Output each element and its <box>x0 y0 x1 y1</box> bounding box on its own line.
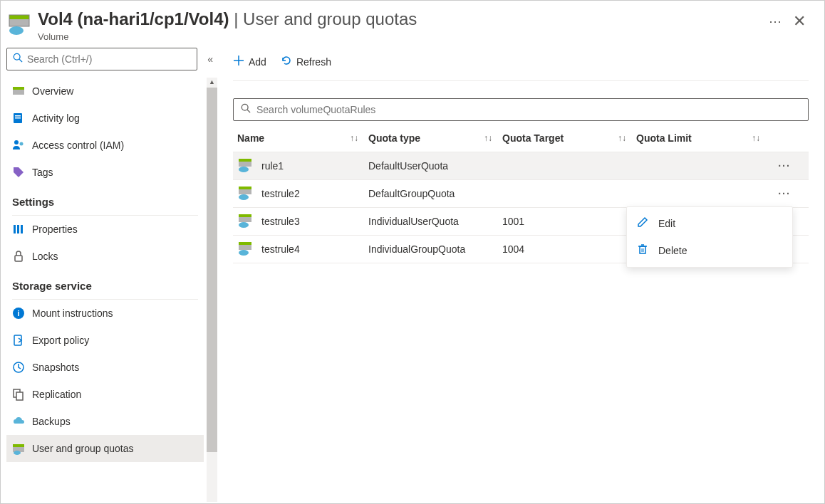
add-label: Add <box>249 56 266 68</box>
sidebar-item-overview[interactable]: Overview <box>6 78 204 105</box>
sidebar-item-activity-log[interactable]: Activity log <box>6 105 204 132</box>
sidebar-item-access-control[interactable]: Access control (IAM) <box>6 132 204 159</box>
sidebar-search-input[interactable] <box>27 53 191 65</box>
volume-icon <box>237 239 254 258</box>
svg-point-41 <box>239 250 249 256</box>
svg-point-38 <box>239 222 249 228</box>
sidebar-label: Locks <box>32 251 58 262</box>
svg-rect-36 <box>239 214 251 217</box>
quota-type: DefaultUserQuota <box>368 160 502 172</box>
snapshot-icon <box>12 361 25 374</box>
svg-line-5 <box>19 59 22 62</box>
svg-rect-39 <box>239 242 251 245</box>
svg-rect-13 <box>14 225 16 233</box>
refresh-button[interactable]: Refresh <box>281 55 331 69</box>
toolbar: Add Refresh <box>233 48 809 76</box>
quota-target: 1004 <box>502 243 636 255</box>
header-more-button[interactable]: ⋯ <box>763 9 787 33</box>
svg-point-3 <box>9 26 24 35</box>
scrollbar-up-icon[interactable]: ▲ <box>207 78 217 88</box>
sidebar-label: Export policy <box>32 335 89 346</box>
sort-icon: ↑↓ <box>350 133 358 143</box>
svg-rect-42 <box>640 246 645 253</box>
overview-icon <box>12 85 25 98</box>
close-button[interactable]: ✕ <box>787 9 811 33</box>
rule-name: testrule4 <box>261 243 300 255</box>
add-button[interactable]: Add <box>233 55 266 69</box>
svg-rect-23 <box>13 444 24 447</box>
row-context-menu: Edit Delete <box>626 206 793 268</box>
sidebar-item-quotas[interactable]: User and group quotas <box>6 435 204 462</box>
main-content: Add Refresh Name ↑↓ Q <box>217 42 824 502</box>
row-more-button[interactable]: ··· <box>770 160 799 172</box>
sidebar-item-mount[interactable]: i Mount instructions <box>6 300 204 327</box>
quota-target: 1001 <box>502 216 636 227</box>
sidebar-item-export[interactable]: Export policy <box>6 327 204 354</box>
collapse-sidebar-button[interactable]: « <box>207 53 213 65</box>
sidebar-section-storage: Storage service <box>6 270 204 296</box>
search-icon <box>13 53 23 65</box>
volume-icon <box>8 12 32 36</box>
svg-rect-15 <box>21 225 23 233</box>
svg-rect-16 <box>15 256 22 261</box>
sidebar-item-replication[interactable]: Replication <box>6 381 204 408</box>
column-header-limit[interactable]: Quota Limit ↑↓ <box>636 132 770 144</box>
page-subtitle: Volume <box>38 31 757 42</box>
column-header-target[interactable]: Quota Target ↑↓ <box>502 132 636 144</box>
sidebar-item-backups[interactable]: Backups <box>6 408 204 435</box>
svg-rect-31 <box>239 162 251 167</box>
export-icon <box>12 334 25 347</box>
sidebar: « Overview Activity log <box>1 42 217 502</box>
properties-icon <box>12 223 25 236</box>
svg-rect-14 <box>17 225 19 233</box>
sidebar-scrollbar[interactable]: ▲ <box>207 78 217 502</box>
edit-icon <box>637 216 650 230</box>
table-row[interactable]: testrule2DefaultGroupQuota··· <box>233 180 809 208</box>
svg-rect-0 <box>9 15 29 19</box>
sidebar-label: Backups <box>32 416 71 427</box>
volume-icon <box>237 211 254 231</box>
table-filter-input[interactable] <box>256 104 801 115</box>
row-more-button[interactable]: ··· <box>770 188 799 199</box>
svg-rect-1 <box>9 19 29 26</box>
svg-point-32 <box>239 167 249 172</box>
sidebar-item-properties[interactable]: Properties <box>6 216 204 243</box>
quota-type: DefaultGroupQuota <box>368 188 502 199</box>
sidebar-label: Snapshots <box>32 362 79 373</box>
svg-point-25 <box>14 451 21 455</box>
volume-icon <box>237 184 254 203</box>
svg-rect-40 <box>239 245 251 250</box>
sidebar-item-tags[interactable]: Tags <box>6 159 204 186</box>
activity-log-icon <box>12 112 25 125</box>
svg-rect-9 <box>15 115 21 117</box>
refresh-icon <box>281 55 292 69</box>
svg-rect-6 <box>13 87 24 90</box>
svg-rect-22 <box>16 392 23 400</box>
rule-name: rule1 <box>261 160 284 172</box>
context-delete[interactable]: Delete <box>627 237 792 264</box>
sidebar-item-locks[interactable]: Locks <box>6 243 204 270</box>
table-header: Name ↑↓ Quota type ↑↓ Quota Target ↑↓ Qu… <box>233 125 809 152</box>
plus-icon <box>233 55 244 69</box>
table-row[interactable]: rule1DefaultUserQuota··· <box>233 152 809 180</box>
volume-icon <box>237 156 254 175</box>
context-edit[interactable]: Edit <box>627 210 792 237</box>
column-header-name[interactable]: Name ↑↓ <box>233 132 368 144</box>
sort-icon: ↑↓ <box>618 133 626 143</box>
sidebar-label: Replication <box>32 389 81 400</box>
svg-point-35 <box>239 194 249 200</box>
sort-icon: ↑↓ <box>484 133 492 143</box>
svg-line-29 <box>247 110 250 112</box>
table-filter[interactable] <box>233 98 809 121</box>
tags-icon <box>12 166 25 179</box>
page-title: Vol4 (na-hari1/cp1/Vol4) | User and grou… <box>38 9 757 30</box>
scrollbar-thumb[interactable] <box>207 88 217 453</box>
svg-rect-10 <box>15 117 21 119</box>
svg-rect-30 <box>239 159 251 162</box>
lock-icon <box>12 250 25 263</box>
sort-icon: ↑↓ <box>752 133 760 143</box>
column-header-type[interactable]: Quota type ↑↓ <box>368 132 502 144</box>
svg-point-28 <box>242 105 248 111</box>
sidebar-item-snapshots[interactable]: Snapshots <box>6 354 204 381</box>
sidebar-search[interactable] <box>6 48 197 70</box>
